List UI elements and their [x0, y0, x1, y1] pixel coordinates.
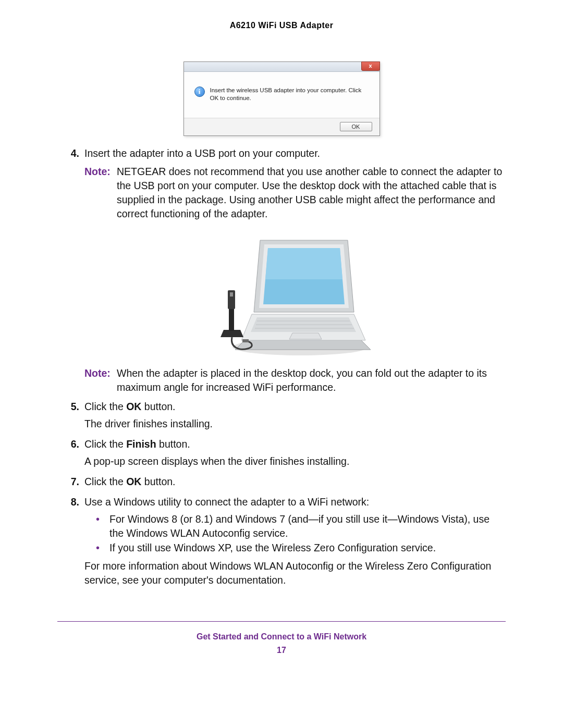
step-text: Use a Windows utility to connect the ada… — [84, 495, 506, 509]
step-text: Click the Finish button. — [84, 437, 506, 451]
svg-marker-11 — [265, 248, 342, 279]
step-6: 6. Click the Finish button. A pop-up scr… — [57, 437, 506, 472]
step-number: 8. — [57, 495, 84, 591]
page-number: 17 — [57, 646, 506, 655]
step-subtext: A pop-up screen displays when the diver … — [84, 454, 506, 468]
dialog-window: x i Insert the wireless USB adapter into… — [183, 61, 380, 136]
list-item: • For Windows 8 (or 8.1) and Windows 7 (… — [96, 512, 506, 540]
list-item: • If you still use Windows XP, use the W… — [96, 541, 506, 555]
step-body: Insert the adapter into a USB port on yo… — [84, 146, 506, 397]
step-body: Click the OK button. The driver finishes… — [84, 400, 506, 434]
manual-page: A6210 WiFi USB Adapter x i Insert the wi… — [0, 0, 563, 728]
laptop-illustration — [84, 230, 506, 360]
laptop-with-adapter-icon — [214, 230, 376, 360]
dialog-footer: OK — [184, 118, 380, 135]
dialog-body: i Insert the wireless USB adapter into y… — [184, 72, 380, 118]
note-text: NETGEAR does not recommend that you use … — [117, 165, 506, 221]
bold-label: OK — [126, 401, 141, 412]
step-number: 4. — [57, 146, 84, 397]
note-label: Note: — [84, 366, 117, 394]
bullet-text: If you still use Windows XP, use the Wir… — [109, 541, 436, 555]
note-text: When the adapter is placed in the deskto… — [117, 366, 506, 394]
bullet-list: • For Windows 8 (or 8.1) and Windows 7 (… — [96, 512, 506, 556]
note-block-2: Note: When the adapter is placed in the … — [84, 366, 506, 394]
instruction-content: 4. Insert the adapter into a USB port on… — [57, 146, 506, 590]
step-number: 5. — [57, 400, 84, 434]
svg-marker-1 — [235, 339, 371, 350]
step-body: Click the Finish button. A pop-up screen… — [84, 437, 506, 472]
document-header-title: A6210 WiFi USB Adapter — [57, 21, 506, 30]
step-subtext: For more information about Windows WLAN … — [84, 559, 506, 587]
note-block: Note: NETGEAR does not recommend that yo… — [84, 165, 506, 221]
step-7: 7. Click the OK button. — [57, 475, 506, 492]
svg-rect-16 — [242, 339, 249, 342]
bullet-icon: • — [96, 512, 109, 540]
step-text: Insert the adapter into a USB port on yo… — [84, 146, 506, 161]
close-icon[interactable]: x — [361, 61, 380, 71]
step-text: Click the OK button. — [84, 475, 506, 489]
dialog-message: Insert the wireless USB adapter into you… — [210, 87, 369, 102]
svg-marker-7 — [289, 333, 322, 339]
info-icon: i — [194, 87, 205, 97]
step-text: Click the OK button. — [84, 400, 506, 414]
step-8: 8. Use a Windows utility to connect the … — [57, 495, 506, 591]
footer-section-title: Get Started and Connect to a WiFi Networ… — [57, 632, 506, 641]
step-body: Click the OK button. — [84, 475, 506, 492]
page-footer: Get Started and Connect to a WiFi Networ… — [57, 621, 506, 655]
step-number: 6. — [57, 437, 84, 472]
text-fragment: button. — [141, 401, 175, 412]
step-subtext: The driver finishes installing. — [84, 417, 506, 431]
note-label: Note: — [84, 165, 117, 221]
step-4: 4. Insert the adapter into a USB port on… — [57, 146, 506, 397]
step-body: Use a Windows utility to connect the ada… — [84, 495, 506, 591]
bold-label: Finish — [126, 438, 156, 450]
step-5: 5. Click the OK button. The driver finis… — [57, 400, 506, 434]
text-fragment: button. — [156, 438, 190, 450]
bold-label: OK — [126, 476, 141, 487]
svg-marker-12 — [221, 330, 243, 337]
text-fragment: button. — [141, 476, 175, 487]
svg-rect-15 — [230, 292, 233, 297]
dialog-titlebar: x — [184, 62, 380, 72]
text-fragment: Click the — [84, 401, 126, 412]
bullet-text: For Windows 8 (or 8.1) and Windows 7 (an… — [109, 512, 506, 540]
ok-button[interactable]: OK — [340, 122, 372, 131]
text-fragment: Click the — [84, 476, 126, 487]
bullet-icon: • — [96, 541, 109, 555]
text-fragment: Click the — [84, 438, 126, 450]
svg-rect-13 — [229, 308, 234, 331]
step-number: 7. — [57, 475, 84, 492]
